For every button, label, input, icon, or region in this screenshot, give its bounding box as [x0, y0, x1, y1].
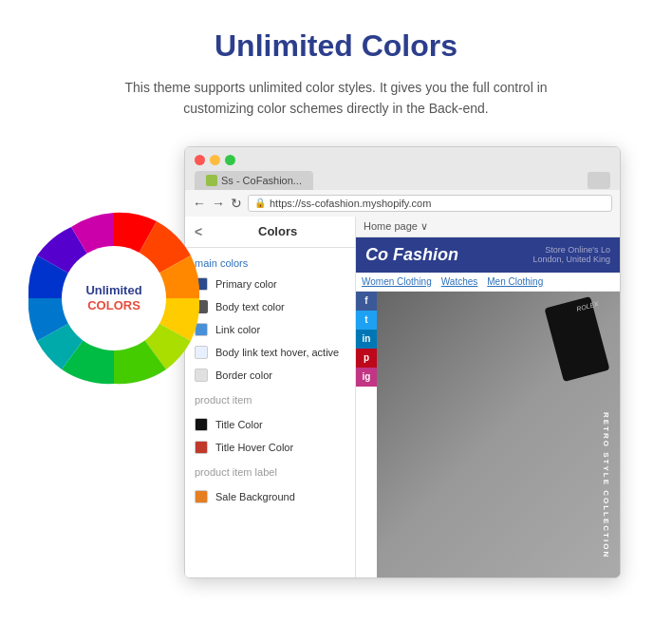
browser-tab-bar: Ss - CoFashion...: [195, 171, 610, 190]
color-option-body-text[interactable]: Body text color: [185, 295, 355, 318]
title-hover-color-swatch: [195, 441, 208, 454]
preview-content: f t in p ig ROLEX RETRO STYLE COLLECTION: [356, 292, 620, 577]
wheel-text-colors: COLORS: [87, 298, 140, 313]
color-option-border[interactable]: Border color: [185, 364, 355, 387]
sidebar-title: Colors: [210, 224, 345, 238]
browser-address-field[interactable]: 🔒 https://ss-cofashion.myshopify.com: [248, 195, 612, 212]
title-color-label: Title Color: [215, 419, 263, 430]
facebook-btn[interactable]: f: [356, 292, 377, 311]
product-item-section-label: product item: [195, 394, 345, 406]
page-container: Unlimited Colors This theme supports unl…: [0, 0, 672, 597]
preview-social: f t in p ig: [356, 292, 377, 577]
product-label-section-title: product item label: [195, 466, 345, 478]
nav-watches[interactable]: Watches: [441, 276, 478, 287]
body-text-color-label: Body text color: [215, 301, 285, 312]
store-info: Store Online's Lo London, United King: [532, 245, 610, 264]
preview-topbar: Home page ∨: [356, 217, 620, 237]
hover-color-label: Body link text hover, active: [215, 347, 339, 358]
preview-header: Co Fashion Store Online's Lo London, Uni…: [356, 237, 620, 273]
store-info-line1: Store Online's Lo: [532, 245, 610, 255]
browser-tab-expand: [588, 172, 610, 189]
color-option-sale[interactable]: Sale Background: [185, 485, 355, 508]
shopify-sidebar: < Colors main colors Primary color Body …: [185, 217, 356, 577]
color-wheel-container: Unlimited COLORS: [19, 203, 209, 393]
shopify-preview: Home page ∨ Co Fashion Store Online's Lo…: [356, 217, 620, 577]
color-wheel-center: Unlimited COLORS: [71, 255, 157, 341]
twitter-btn[interactable]: t: [356, 311, 377, 330]
border-color-label: Border color: [215, 369, 272, 381]
primary-color-label: Primary color: [215, 278, 277, 290]
sale-bg-color-label: Sale Background: [215, 491, 295, 502]
page-title: Unlimited Colors: [215, 28, 457, 64]
store-logo: Co Fashion: [365, 245, 458, 265]
browser-content: < Colors main colors Primary color Body …: [185, 217, 620, 577]
preview-nav: Women Clothing Watches Men Clothing: [356, 273, 620, 292]
title-color-swatch: [195, 418, 208, 431]
browser-maximize-btn[interactable]: [225, 155, 235, 165]
browser-chrome: Ss - CoFashion...: [185, 147, 620, 190]
nav-men-clothing[interactable]: Men Clothing: [487, 276, 543, 287]
shopify-tab-icon: [206, 175, 217, 186]
nav-women-clothing[interactable]: Women Clothing: [362, 276, 432, 287]
hero-text-vertical: RETRO STYLE COLLECTION: [602, 412, 610, 558]
browser-reload-btn[interactable]: ↻: [231, 196, 242, 211]
title-hover-color-label: Title Hover Color: [215, 442, 293, 453]
main-colors-section-title: main colors: [185, 248, 355, 273]
color-option-hover[interactable]: Body link text hover, active: [185, 341, 355, 364]
product-item-section: product item: [185, 387, 355, 413]
product-label-section: product item label: [185, 459, 355, 485]
preview-topbar-label: Home page ∨: [364, 220, 428, 233]
pinterest-btn[interactable]: p: [356, 349, 377, 368]
browser-address-bar: ← → ↻ 🔒 https://ss-cofashion.myshopify.c…: [185, 190, 620, 217]
browser-buttons: [195, 155, 610, 165]
browser-url: https://ss-cofashion.myshopify.com: [270, 198, 431, 209]
browser-mockup: Ss - CoFashion... ← → ↻ 🔒 https://ss-cof…: [184, 146, 621, 578]
browser-tab[interactable]: Ss - CoFashion...: [195, 171, 313, 190]
content-area: Unlimited COLORS Ss - CoFashion...: [19, 146, 653, 578]
color-option-title[interactable]: Title Color: [185, 413, 355, 436]
store-info-line2: London, United King: [532, 255, 610, 264]
link-color-label: Link color: [215, 324, 260, 335]
sidebar-header: < Colors: [185, 217, 355, 248]
preview-hero: ROLEX RETRO STYLE COLLECTION: [377, 292, 620, 577]
wheel-text-unlimited: Unlimited: [85, 283, 141, 298]
color-option-primary[interactable]: Primary color: [185, 273, 355, 295]
page-subtitle: This theme supports unlimited color styl…: [89, 77, 583, 120]
color-wheel-wrapper: Unlimited COLORS: [19, 203, 209, 393]
browser-tab-label: Ss - CoFashion...: [221, 175, 302, 186]
browser-forward-btn[interactable]: →: [212, 196, 225, 211]
color-option-title-hover[interactable]: Title Hover Color: [185, 436, 355, 459]
linkedin-btn[interactable]: in: [356, 330, 377, 349]
color-option-link[interactable]: Link color: [185, 318, 355, 341]
lock-icon: 🔒: [254, 198, 266, 208]
browser-close-btn[interactable]: [195, 155, 205, 165]
instagram-btn[interactable]: ig: [356, 368, 377, 387]
sale-bg-color-swatch: [195, 490, 208, 503]
browser-minimize-btn[interactable]: [210, 155, 220, 165]
